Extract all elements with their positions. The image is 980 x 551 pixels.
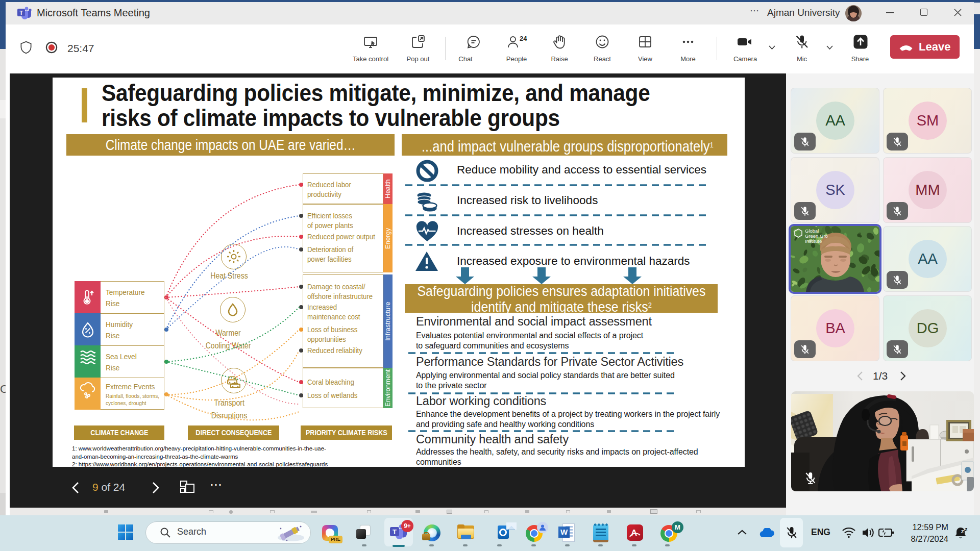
svg-text:z: z bbox=[965, 526, 968, 532]
svg-text:T: T bbox=[19, 10, 23, 16]
svg-text:T: T bbox=[393, 528, 397, 536]
svg-text:Institute: Institute bbox=[805, 238, 822, 244]
svg-text:Z: Z bbox=[961, 529, 964, 534]
svg-text:24: 24 bbox=[520, 35, 527, 42]
